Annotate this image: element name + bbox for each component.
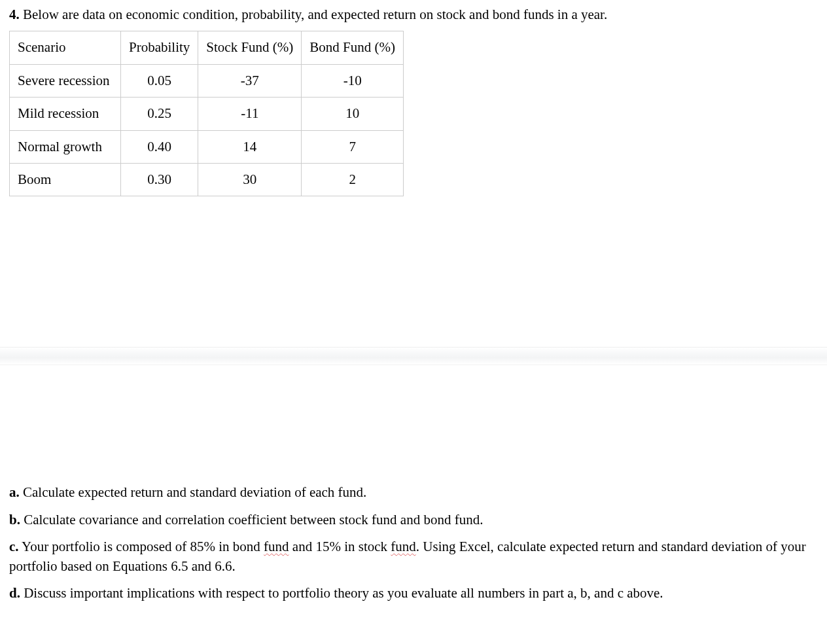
- spacer: [9, 209, 818, 347]
- question-a: a. Calculate expected return and standar…: [9, 483, 818, 502]
- header-stock-fund: Stock Fund (%): [198, 31, 302, 64]
- cell-prob: 0.25: [121, 98, 198, 130]
- cell-bond: -10: [302, 64, 404, 97]
- question-intro: 4. Below are data on economic condition,…: [9, 5, 818, 24]
- cell-stock: 30: [198, 163, 302, 196]
- header-probability: Probability: [121, 31, 198, 64]
- cell-stock: 14: [198, 130, 302, 163]
- cell-bond: 2: [302, 163, 404, 196]
- question-label: a.: [9, 484, 20, 500]
- question-number: 4.: [9, 7, 20, 22]
- table-header-row: Scenario Probability Stock Fund (%) Bond…: [10, 31, 404, 64]
- table-row: Severe recession 0.05 -37 -10: [10, 64, 404, 97]
- question-c: c. Your portfolio is composed of 85% in …: [9, 537, 818, 576]
- cell-stock: -11: [198, 98, 302, 130]
- spellcheck-underline: fund: [264, 539, 289, 554]
- cell-stock: -37: [198, 64, 302, 97]
- spellcheck-underline: fund: [391, 539, 416, 554]
- question-d: d. Discuss important implications with r…: [9, 584, 818, 603]
- cell-prob: 0.40: [121, 130, 198, 163]
- header-bond-fund: Bond Fund (%): [302, 31, 404, 64]
- question-b: b. Calculate covariance and correlation …: [9, 510, 818, 529]
- cell-scenario: Normal growth: [10, 130, 121, 163]
- question-text: Calculate covariance and correlation coe…: [24, 512, 483, 528]
- section-divider: [0, 347, 827, 365]
- header-scenario: Scenario: [10, 31, 121, 64]
- question-text: Calculate expected return and standard d…: [23, 484, 366, 500]
- question-label: d.: [9, 585, 20, 601]
- table-row: Normal growth 0.40 14 7: [10, 130, 404, 163]
- cell-prob: 0.30: [121, 163, 198, 196]
- cell-bond: 10: [302, 98, 404, 130]
- table-row: Boom 0.30 30 2: [10, 163, 404, 196]
- question-label: c.: [9, 539, 19, 554]
- question-text: Discuss important implications with resp…: [24, 585, 663, 601]
- scenario-table: Scenario Probability Stock Fund (%) Bond…: [9, 31, 404, 196]
- spacer: [9, 365, 818, 483]
- question-intro-text: Below are data on economic condition, pr…: [23, 7, 607, 22]
- sub-questions: a. Calculate expected return and standar…: [9, 483, 818, 603]
- cell-scenario: Boom: [10, 163, 121, 196]
- question-text-segment: Your portfolio is composed of 85% in bon…: [22, 539, 264, 554]
- question-text-segment: and 15% in stock: [289, 539, 391, 554]
- cell-scenario: Severe recession: [10, 64, 121, 97]
- cell-bond: 7: [302, 130, 404, 163]
- table-row: Mild recession 0.25 -11 10: [10, 98, 404, 130]
- question-label: b.: [9, 512, 20, 528]
- cell-prob: 0.05: [121, 64, 198, 97]
- cell-scenario: Mild recession: [10, 98, 121, 130]
